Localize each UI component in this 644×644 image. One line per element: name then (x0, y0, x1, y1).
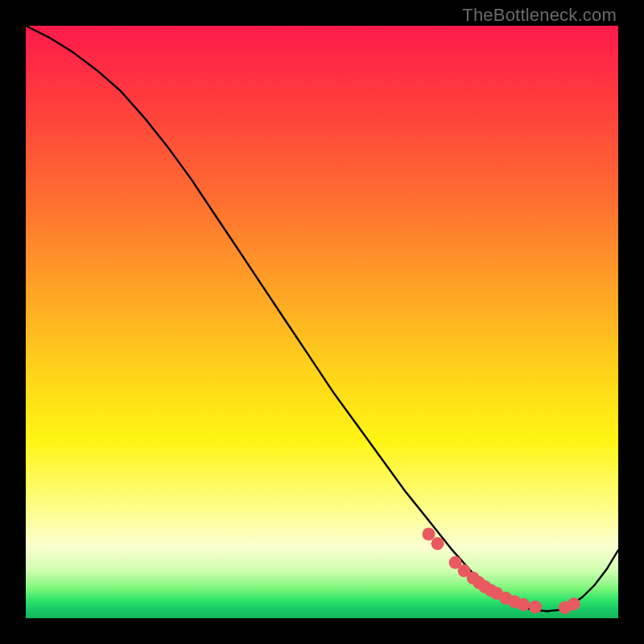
highlight-dot (568, 597, 580, 610)
highlight-dot (423, 528, 436, 541)
plot-area (26, 26, 618, 618)
curve-svg (26, 26, 618, 618)
chart-frame: TheBottleneck.com (0, 0, 644, 644)
highlight-dot (517, 598, 530, 611)
highlight-dot (529, 601, 542, 613)
highlight-dot (431, 537, 444, 550)
bottleneck-curve (26, 26, 618, 611)
watermark-text: TheBottleneck.com (462, 5, 617, 26)
